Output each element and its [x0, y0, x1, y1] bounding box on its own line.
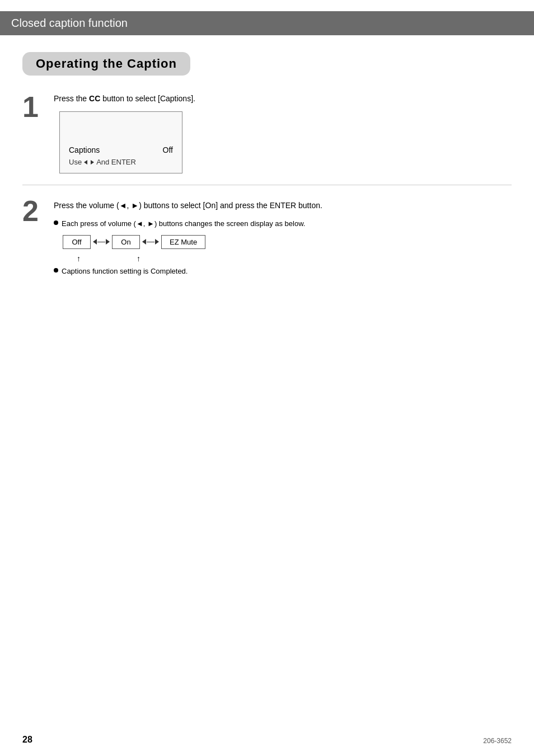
up-arrow-right: ↑ [137, 255, 140, 262]
arrow-left-icon-2 [142, 239, 146, 245]
arrow-right-icon [106, 239, 110, 245]
menu-captions-value: Off [163, 145, 173, 154]
tri-left-icon [84, 160, 87, 165]
bullet2: Captions function setting is Completed. [54, 266, 512, 277]
page-footer: 28 206-3652 [22, 735, 512, 745]
flow-arrow-1 [93, 239, 110, 245]
up-arrow-left: ↑ [77, 255, 81, 262]
bullet2-dot [54, 268, 58, 273]
step2-enter-label: ENTER [270, 201, 296, 210]
step2-text-after: ) buttons to select [On] and press the [139, 201, 269, 210]
arrow-line-2 [147, 242, 154, 243]
spacer2 [81, 255, 137, 262]
menu-captions-label: Captions [69, 145, 100, 154]
tri-right-icon [91, 160, 94, 165]
flow-box-ezmute: EZ Mute [161, 235, 205, 249]
arrow-left-icon [93, 239, 97, 245]
step2-content: Press the volume (◄, ►) buttons to selec… [54, 196, 512, 282]
page-container: Closed caption function Operating the Ca… [0, 0, 534, 756]
step1-number: 1 [22, 92, 45, 121]
step-divider [22, 185, 512, 185]
page-number: 28 [22, 735, 32, 745]
header-bar: Closed caption function [0, 11, 534, 35]
flow-diagram: Off On EZ Mute [63, 235, 512, 249]
step1-container: 1 Press the CC button to select [Caption… [22, 92, 512, 173]
bullet2-text: Captions function setting is Completed. [62, 266, 188, 277]
step1-text-after: button to select [Captions]. [100, 94, 195, 103]
section-title-box: Operating the Caption [22, 52, 190, 76]
step1-cc-button: CC [89, 94, 100, 103]
step1-text-before: Press the [54, 94, 89, 103]
flow-box-on: On [112, 235, 140, 249]
step2-text-before: Press the volume ( [54, 201, 119, 210]
step2-arrows: ◄, ► [119, 201, 139, 210]
menu-hint-and-enter: And ENTER [96, 158, 136, 166]
flow-box-off: Off [63, 235, 91, 249]
menu-box: Captions Off Use And ENTER [59, 111, 182, 173]
step1-text: Press the CC button to select [Captions]… [54, 92, 512, 105]
section-title: Operating the Caption [36, 57, 177, 71]
bullet1-dot [54, 220, 58, 225]
step2-main-text: Press the volume (◄, ►) buttons to selec… [54, 200, 512, 212]
arrow-line [97, 242, 105, 243]
menu-hint-use: Use [69, 158, 82, 166]
flow-arrow-2 [142, 239, 159, 245]
menu-hint-row: Use And ENTER [69, 158, 173, 166]
doc-number: 206-3652 [483, 737, 512, 745]
step1-content: Press the CC button to select [Captions]… [54, 92, 512, 173]
arrow-right-icon-2 [155, 239, 159, 245]
header-title: Closed caption function [11, 17, 128, 29]
bullet1-text: Each press of volume (◄, ►) buttons chan… [62, 218, 305, 229]
step2-number: 2 [22, 196, 45, 226]
up-arrows-row: ↑ ↑ [63, 255, 512, 262]
step2-end-text: button. [296, 201, 322, 210]
bullet1: Each press of volume (◄, ►) buttons chan… [54, 218, 512, 229]
step2-container: 2 Press the volume (◄, ►) buttons to sel… [22, 196, 512, 282]
menu-row: Captions Off [69, 145, 173, 154]
flow-diagram-wrapper: Off On EZ Mute [54, 235, 512, 262]
spacer1 [63, 255, 77, 262]
